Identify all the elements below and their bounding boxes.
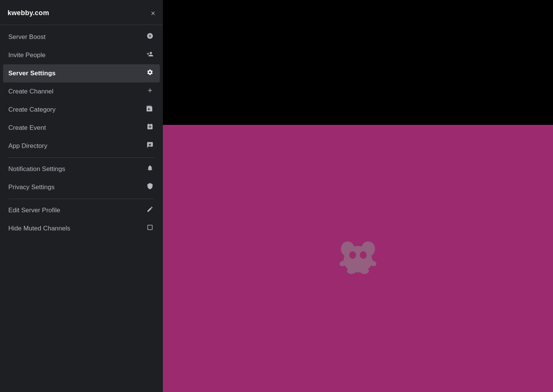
main-content — [163, 0, 553, 392]
menu-item-create-channel[interactable]: Create Channel — [3, 82, 160, 101]
svg-point-9 — [360, 268, 369, 274]
menu-item-label-hide-muted-channels: Hide Muted Channels — [8, 225, 70, 232]
close-button[interactable]: × — [151, 9, 155, 17]
menu-item-privacy-settings[interactable]: Privacy Settings — [3, 178, 160, 196]
menu-item-server-settings[interactable]: Server Settings — [3, 64, 160, 82]
menu-item-invite-people[interactable]: Invite People — [3, 46, 160, 64]
checkbox-icon — [145, 224, 155, 233]
app-directory-icon — [145, 142, 155, 150]
create-channel-icon — [145, 87, 155, 96]
svg-point-5 — [360, 251, 367, 259]
discord-banner — [163, 125, 553, 392]
menu-item-create-event[interactable]: Create Event — [3, 119, 160, 137]
create-event-icon — [145, 123, 155, 132]
menu-item-label-create-event: Create Event — [8, 124, 46, 132]
menu-item-label-privacy-settings: Privacy Settings — [8, 184, 55, 191]
create-category-icon — [145, 105, 155, 114]
menu-item-label-app-directory: App Directory — [8, 142, 47, 150]
dropdown-header: kwebby.com × — [0, 0, 163, 25]
discord-logo — [337, 241, 379, 276]
menu-item-label-create-channel: Create Channel — [8, 88, 53, 95]
menu-item-edit-server-profile[interactable]: Edit Server Profile — [3, 201, 160, 219]
svg-point-4 — [349, 251, 356, 259]
server-title: kwebby.com — [8, 9, 49, 17]
menu-item-create-category[interactable]: Create Category — [3, 101, 160, 119]
privacy-icon — [145, 183, 155, 191]
menu-item-notification-settings[interactable]: Notification Settings — [3, 160, 160, 178]
invite-icon — [145, 51, 155, 59]
dropdown-panel: kwebby.com × Server Boost Invite People … — [0, 0, 163, 392]
menu-item-label-invite-people: Invite People — [8, 51, 45, 59]
menu-item-label-server-settings: Server Settings — [8, 70, 56, 77]
menu-item-hide-muted-channels[interactable]: Hide Muted Channels — [3, 219, 160, 238]
wumpus-icon — [337, 241, 379, 275]
menu-item-server-boost[interactable]: Server Boost — [3, 28, 160, 46]
menu-item-label-create-category: Create Category — [8, 106, 56, 114]
boost-icon — [145, 33, 155, 41]
settings-icon — [145, 69, 155, 78]
svg-point-8 — [347, 268, 356, 274]
menu-item-label-server-boost: Server Boost — [8, 33, 45, 41]
notification-icon — [145, 165, 155, 173]
menu-item-app-directory[interactable]: App Directory — [3, 137, 160, 155]
top-area — [163, 0, 553, 125]
divider-after-app-directory — [8, 157, 155, 158]
menu-item-label-edit-server-profile: Edit Server Profile — [8, 207, 60, 214]
edit-icon — [145, 206, 155, 215]
menu-item-label-notification-settings: Notification Settings — [8, 165, 65, 173]
divider-after-privacy-settings — [8, 199, 155, 199]
context-menu: Server Boost Invite People Server Settin… — [0, 25, 163, 241]
